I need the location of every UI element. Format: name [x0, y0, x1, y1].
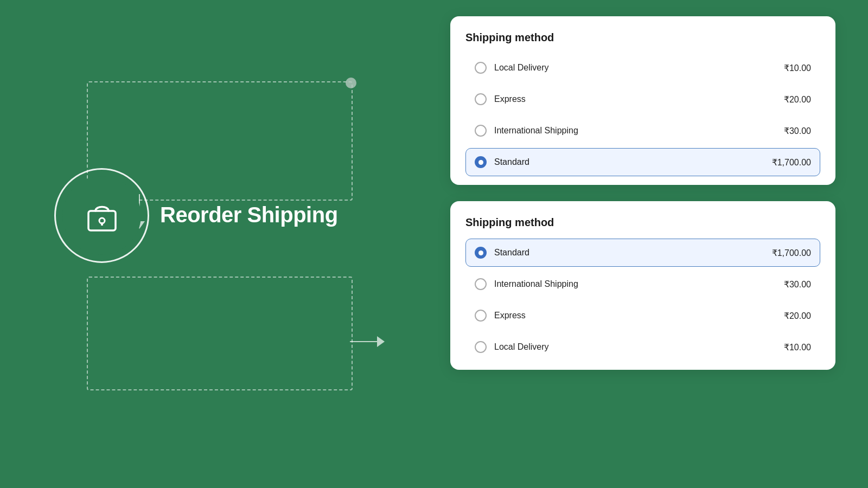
card2-title: Shipping method	[465, 216, 820, 229]
radio-local-1	[475, 62, 487, 74]
price-intl-1: ₹30.00	[784, 126, 811, 136]
label-local-1: Local Delivery	[494, 63, 784, 73]
radio-local-2	[475, 341, 487, 353]
label-intl-2: International Shipping	[494, 279, 784, 289]
price-express-2: ₹20.00	[784, 311, 811, 321]
label-express-2: Express	[494, 311, 784, 320]
arrow-right	[350, 336, 385, 347]
bag-icon	[83, 197, 121, 235]
price-local-2: ₹10.00	[784, 342, 811, 352]
radio-express-2	[475, 310, 487, 322]
svg-rect-0	[88, 211, 116, 230]
shipping-card-1: Shipping method Local Delivery ₹10.00 Ex…	[450, 16, 835, 185]
option-express-2[interactable]: Express ₹20.00	[465, 301, 820, 330]
label-express-1: Express	[494, 94, 784, 104]
label-local-2: Local Delivery	[494, 342, 784, 352]
option-intl-2[interactable]: International Shipping ₹30.00	[465, 270, 820, 298]
svg-rect-2	[101, 222, 103, 226]
right-section: Shipping method Local Delivery ₹10.00 Ex…	[450, 16, 835, 370]
dashed-box-bottom	[87, 277, 353, 390]
radio-intl-1	[475, 125, 487, 137]
label-intl-1: International Shipping	[494, 126, 784, 136]
option-local-2[interactable]: Local Delivery ₹10.00	[465, 333, 820, 361]
radio-express-1	[475, 93, 487, 105]
option-standard-1[interactable]: Standard ₹1,700.00	[465, 148, 820, 176]
price-standard-2: ₹1,700.00	[772, 248, 811, 258]
label-standard-2: Standard	[494, 248, 772, 258]
radio-intl-2	[475, 278, 487, 290]
radio-standard-1	[475, 156, 487, 168]
logo-circle	[54, 168, 149, 263]
radio-standard-2	[475, 247, 487, 259]
price-intl-2: ₹30.00	[784, 279, 811, 290]
card1-title: Shipping method	[465, 31, 820, 44]
option-intl-1[interactable]: International Shipping ₹30.00	[465, 117, 820, 145]
price-local-1: ₹10.00	[784, 63, 811, 73]
shipping-card-2: Shipping method Standard ₹1,700.00 Inter…	[450, 201, 835, 370]
option-standard-2[interactable]: Standard ₹1,700.00	[465, 239, 820, 267]
price-standard-1: ₹1,700.00	[772, 157, 811, 168]
dot-topright	[346, 78, 356, 88]
brand-title: Reorder Shipping	[160, 203, 338, 227]
option-express-1[interactable]: Express ₹20.00	[465, 85, 820, 113]
option-local-1[interactable]: Local Delivery ₹10.00	[465, 54, 820, 82]
price-express-1: ₹20.00	[784, 94, 811, 105]
label-standard-1: Standard	[494, 157, 772, 167]
